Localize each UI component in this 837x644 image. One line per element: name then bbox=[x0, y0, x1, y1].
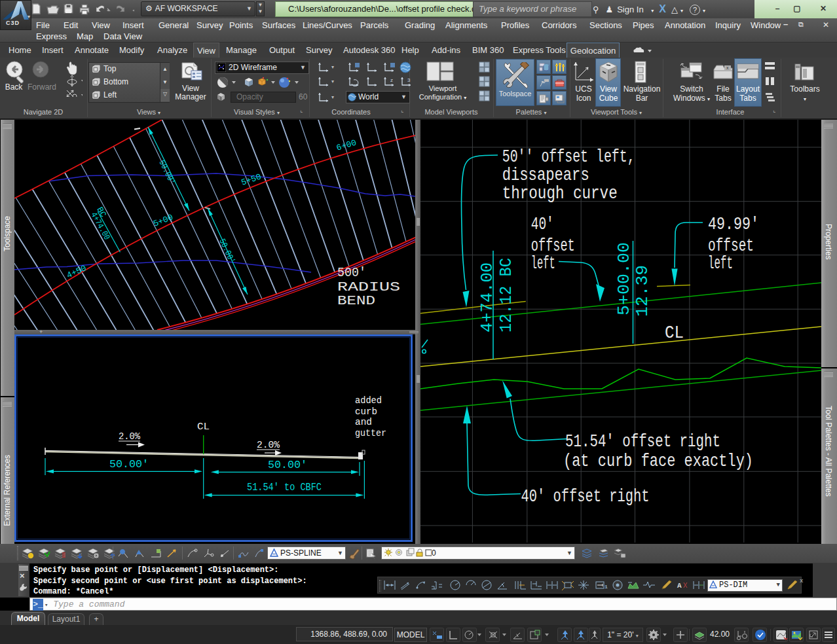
svg-text:3: 3 bbox=[407, 77, 411, 83]
svg-text:51.54' offset right: 51.54' offset right bbox=[565, 431, 720, 452]
svg-text:500': 500' bbox=[337, 265, 366, 280]
svg-text:added: added bbox=[355, 395, 382, 406]
svg-text:z: z bbox=[390, 77, 393, 83]
svg-text:50'' offset left,: 50'' offset left, bbox=[502, 147, 635, 167]
svg-text:50.00': 50.00' bbox=[109, 459, 149, 471]
svg-text:RADIUS: RADIUS bbox=[337, 279, 400, 295]
svg-text:50.00': 50.00' bbox=[268, 459, 307, 471]
svg-text:x: x bbox=[726, 65, 729, 70]
svg-text:51.54' to CBFC: 51.54' to CBFC bbox=[247, 482, 322, 493]
svg-text:gutter: gutter bbox=[355, 428, 386, 438]
svg-text:left: left bbox=[708, 253, 733, 274]
svg-text:BEND: BEND bbox=[337, 293, 375, 308]
svg-text:left: left bbox=[531, 253, 555, 274]
svg-text:40' offset right: 40' offset right bbox=[521, 486, 650, 507]
svg-text:12.12 BC: 12.12 BC bbox=[496, 258, 516, 332]
svg-text:4+74.00: 4+74.00 bbox=[477, 262, 497, 332]
svg-text:40': 40' bbox=[531, 214, 554, 234]
svg-text:5+00.00: 5+00.00 bbox=[614, 242, 634, 315]
svg-text:curb: curb bbox=[355, 406, 377, 417]
svg-text:through curve: through curve bbox=[502, 183, 618, 204]
svg-text:CL: CL bbox=[665, 323, 684, 343]
svg-text:49.99': 49.99' bbox=[708, 214, 759, 234]
svg-text:dissapears: dissapears bbox=[502, 165, 589, 185]
svg-text:A: A bbox=[677, 582, 682, 590]
svg-text:1: 1 bbox=[604, 584, 608, 590]
svg-text:(at curb face exactly): (at curb face exactly) bbox=[563, 451, 753, 471]
svg-text:12.39: 12.39 bbox=[633, 265, 652, 317]
svg-text:and: and bbox=[355, 417, 372, 427]
svg-text:CL: CL bbox=[197, 421, 210, 433]
